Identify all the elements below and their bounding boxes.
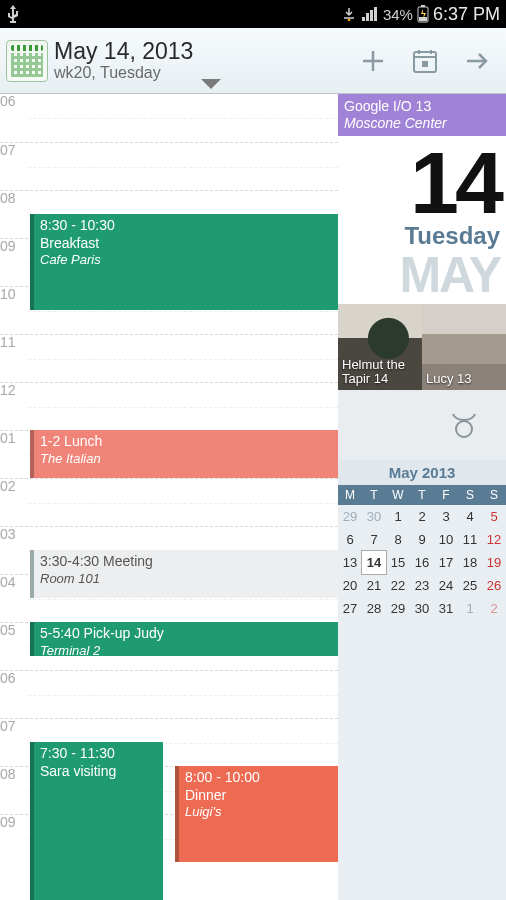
- hour-label: 07: [0, 142, 26, 158]
- big-day-month: MAY: [344, 246, 500, 304]
- minical-day[interactable]: 21: [362, 574, 386, 597]
- minical-day[interactable]: 16: [410, 551, 434, 574]
- minical-day[interactable]: 10: [434, 528, 458, 551]
- minical-day[interactable]: 28: [362, 597, 386, 620]
- minical-day[interactable]: 7: [362, 528, 386, 551]
- hour-label: 04: [0, 574, 26, 590]
- minical-day[interactable]: 5: [482, 505, 506, 528]
- minical-day[interactable]: 15: [386, 551, 410, 574]
- contact-thumb-1[interactable]: Helmut the Tapir 14: [338, 304, 422, 390]
- minical-title: May 2013: [338, 460, 506, 485]
- minical-day[interactable]: 23: [410, 574, 434, 597]
- status-clock: 6:37 PM: [433, 4, 500, 25]
- event-dinner[interactable]: 8:00 - 10:00DinnerLuigi's: [175, 766, 338, 862]
- minical-day[interactable]: 1: [386, 505, 410, 528]
- minical-day[interactable]: 13: [338, 551, 362, 574]
- minical-day[interactable]: 25: [458, 574, 482, 597]
- event-lunch[interactable]: 1-2 LunchThe Italian: [30, 430, 338, 478]
- hour-label: 07: [0, 718, 26, 734]
- svg-point-6: [456, 421, 472, 437]
- usb-icon: [6, 5, 20, 23]
- page-title: May 14, 2013: [54, 39, 193, 64]
- hour-label: 10: [0, 286, 26, 302]
- contact-thumb-2[interactable]: Lucy 13: [422, 304, 506, 390]
- event-meeting[interactable]: 3:30-4:30 MeetingRoom 101: [30, 550, 338, 598]
- minical-day[interactable]: 22: [386, 574, 410, 597]
- minical-day[interactable]: 29: [386, 597, 410, 620]
- minical-day[interactable]: 2: [410, 505, 434, 528]
- agenda-view[interactable]: 060708091011120102030405060708098:30 - 1…: [0, 94, 338, 900]
- event-sara[interactable]: 7:30 - 11:30Sara visiting: [30, 742, 163, 900]
- date-picker[interactable]: May 14, 2013 wk20, Tuesday: [54, 39, 193, 82]
- hour-label: 06: [0, 93, 26, 109]
- zodiac-empty: [338, 390, 422, 460]
- minical-day[interactable]: 29: [338, 505, 362, 528]
- minical-day[interactable]: 2: [482, 597, 506, 620]
- minical-day[interactable]: 27: [338, 597, 362, 620]
- hour-label: 08: [0, 766, 26, 782]
- allday-title: Google I/O 13: [344, 98, 500, 115]
- minical-day[interactable]: 12: [482, 528, 506, 551]
- mini-calendar[interactable]: May 2013 MTWTFSS293012345678910111213141…: [338, 460, 506, 900]
- minical-day[interactable]: 26: [482, 574, 506, 597]
- app-bar: May 14, 2013 wk20, Tuesday: [0, 28, 506, 94]
- hour-label: 02: [0, 478, 26, 494]
- minical-day[interactable]: 14: [362, 551, 386, 574]
- big-day-number: 14: [344, 146, 500, 221]
- status-bar: 34% 6:37 PM: [0, 0, 506, 28]
- minical-day[interactable]: 17: [434, 551, 458, 574]
- forward-button[interactable]: [454, 38, 500, 84]
- page-subtitle: wk20, Tuesday: [54, 64, 193, 82]
- hour-label: 08: [0, 190, 26, 206]
- minical-day[interactable]: 6: [338, 528, 362, 551]
- big-day-display: 14 Tuesday MAY: [338, 136, 506, 305]
- app-icon[interactable]: [6, 40, 48, 82]
- minical-day[interactable]: 1: [458, 597, 482, 620]
- minical-day[interactable]: 24: [434, 574, 458, 597]
- today-button[interactable]: [402, 38, 448, 84]
- add-event-button[interactable]: [350, 38, 396, 84]
- allday-loc: Moscone Center: [344, 115, 500, 132]
- hour-label: 12: [0, 382, 26, 398]
- minical-day[interactable]: 30: [410, 597, 434, 620]
- svg-rect-5: [422, 61, 428, 67]
- minical-day[interactable]: 8: [386, 528, 410, 551]
- hour-label: 09: [0, 238, 26, 254]
- hour-label: 06: [0, 670, 26, 686]
- minical-day[interactable]: 9: [410, 528, 434, 551]
- hour-label: 11: [0, 334, 26, 350]
- minical-day[interactable]: 31: [434, 597, 458, 620]
- dropdown-icon[interactable]: [201, 79, 221, 89]
- minical-day[interactable]: 20: [338, 574, 362, 597]
- minical-day[interactable]: 30: [362, 505, 386, 528]
- hour-label: 05: [0, 622, 26, 638]
- minical-day[interactable]: 4: [458, 505, 482, 528]
- zodiac-taurus-icon: [422, 390, 506, 460]
- hour-label: 09: [0, 814, 26, 830]
- battery-text: 34%: [383, 6, 413, 23]
- signal-icon: [361, 6, 379, 22]
- hour-label: 01: [0, 430, 26, 446]
- battery-icon: [417, 5, 429, 23]
- minical-day[interactable]: 3: [434, 505, 458, 528]
- download-icon: [341, 6, 357, 22]
- side-panel: Google I/O 13 Moscone Center 14 Tuesday …: [338, 94, 506, 900]
- allday-event[interactable]: Google I/O 13 Moscone Center: [338, 94, 506, 136]
- minical-day[interactable]: 19: [482, 551, 506, 574]
- minical-day[interactable]: 18: [458, 551, 482, 574]
- svg-rect-2: [421, 5, 425, 7]
- hour-label: 03: [0, 526, 26, 542]
- event-pickup[interactable]: 5-5:40 Pick-up JudyTerminal 2: [30, 622, 338, 656]
- minical-day[interactable]: 11: [458, 528, 482, 551]
- svg-point-0: [348, 19, 351, 22]
- event-breakfast[interactable]: 8:30 - 10:30BreakfastCafe Paris: [30, 214, 338, 310]
